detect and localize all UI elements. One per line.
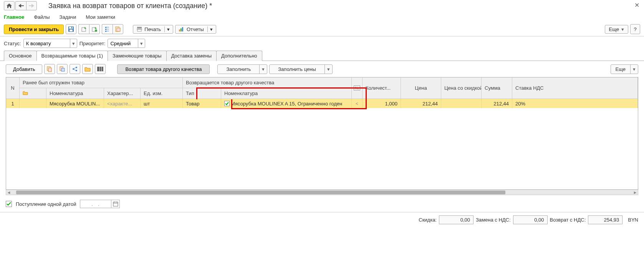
share-button[interactable] — [70, 64, 80, 74]
replace-value: 0,00 — [513, 215, 548, 224]
svg-rect-8 — [105, 29, 106, 30]
svg-rect-1 — [69, 27, 73, 29]
status-combo[interactable]: ▾ — [23, 39, 77, 48]
scroll-thumb[interactable] — [16, 191, 505, 194]
unpost-button[interactable] — [89, 24, 100, 34]
cell-price[interactable]: 212,44 — [401, 99, 441, 108]
reports-button[interactable]: Отчеты ▾ — [175, 25, 216, 34]
print-button[interactable]: Печать ▾ — [133, 25, 173, 34]
svg-rect-19 — [48, 68, 51, 72]
col-characteristic[interactable]: Характер... — [104, 88, 141, 99]
single-date-checkbox[interactable] — [6, 201, 12, 207]
nav-tab-tasks[interactable]: Задачи — [60, 14, 76, 20]
more-label-inner: Еще — [611, 65, 630, 74]
discount-value: 0,00 — [439, 215, 473, 224]
col-type[interactable]: Тип — [183, 88, 221, 99]
horizontal-scrollbar[interactable]: ◄ ► — [6, 190, 638, 195]
cell-type[interactable]: Товар — [183, 99, 221, 108]
cell-nomenclature[interactable]: Мясорубка MOULIN... — [46, 99, 104, 108]
col-icon[interactable] — [20, 88, 46, 99]
back-button[interactable] — [15, 1, 26, 10]
col-vat[interactable]: Ставка НДС — [512, 77, 638, 99]
more-button[interactable]: Еще ▾ — [605, 25, 628, 34]
fill-prices-button[interactable]: Заполнить цены ▾ — [269, 64, 332, 74]
fill-button[interactable]: Заполнить ▾ — [217, 64, 267, 74]
scroll-left-icon[interactable]: ◄ — [6, 190, 12, 195]
cell-n: 1 — [6, 99, 20, 108]
return-label: Возврат с НДС: — [550, 217, 586, 223]
add-button[interactable]: Добавить — [6, 64, 42, 74]
home-button[interactable] — [4, 1, 15, 10]
chevron-down-icon[interactable]: ▾ — [70, 39, 77, 48]
cell-vat[interactable]: 20% — [512, 99, 638, 108]
chevron-down-icon[interactable]: ▾ — [138, 39, 145, 48]
date-value[interactable] — [80, 200, 111, 208]
cell-price-discount[interactable] — [441, 99, 482, 108]
reports-label: Отчеты — [187, 26, 204, 32]
tab-delivery[interactable]: Доставка замены — [166, 51, 217, 61]
paste-button[interactable] — [57, 64, 68, 74]
priority-value[interactable] — [108, 40, 138, 47]
cell-characteristic[interactable]: <характе... — [104, 99, 141, 108]
tab-returned-goods[interactable]: Возвращаемые товары (1) — [36, 51, 108, 61]
col-price[interactable]: Цена — [401, 77, 441, 99]
single-date-label: Поступление одной датой — [16, 201, 76, 207]
svg-rect-12 — [137, 27, 142, 28]
cell-nomenclature2[interactable]: Мясорубка MOULINEX A 15, Ограниченно год… — [221, 99, 352, 108]
tab-basic[interactable]: Основное — [4, 51, 37, 61]
nav-tab-main[interactable]: Главное — [4, 14, 24, 20]
table-row[interactable]: 1 Мясорубка MOULIN... <характе... шт Тов… — [6, 99, 638, 108]
more-button-inner[interactable]: Еще ▾ — [611, 64, 638, 74]
priority-combo[interactable]: ▾ — [108, 39, 145, 48]
post-close-button[interactable]: Провести и закрыть — [4, 25, 64, 34]
svg-rect-14 — [137, 30, 141, 31]
copy-button[interactable] — [44, 64, 55, 74]
col-nomenclature[interactable]: Номенклатура — [46, 88, 104, 99]
cell-nomenclature2-text: Мясорубка MOULINEX A 15, Ограниченно год… — [231, 101, 342, 107]
more-label: Еще — [609, 26, 619, 32]
goods-table: N Ранее был отгружен товар Номенклатура … — [6, 77, 638, 190]
status-label: Статус: — [4, 41, 21, 46]
chevron-down-icon: ▾ — [324, 65, 332, 74]
svg-rect-17 — [182, 27, 183, 31]
check-icon — [224, 101, 230, 106]
scroll-right-icon[interactable]: ► — [632, 190, 638, 195]
create-based-button[interactable] — [113, 24, 123, 34]
page-title: Заявка на возврат товаров от клиента (со… — [48, 2, 212, 10]
help-button[interactable]: ? — [630, 24, 640, 34]
cell-sum[interactable]: 212,44 — [482, 99, 512, 108]
tab-additional[interactable]: Дополнительно — [216, 51, 262, 61]
nav-tab-notes[interactable]: Мои заметки — [86, 14, 115, 20]
barcode-button[interactable] — [95, 64, 106, 74]
svg-rect-21 — [61, 68, 65, 71]
priority-label: Приоритет: — [79, 41, 106, 46]
col-price-discount[interactable]: Цена со скидкой — [441, 77, 482, 99]
col-n[interactable]: N — [6, 77, 20, 99]
return-other-quality-button[interactable]: Возврат товара другого качества — [117, 64, 210, 74]
date-input[interactable] — [80, 200, 120, 208]
folder-button[interactable] — [82, 64, 93, 74]
status-value[interactable] — [24, 40, 70, 47]
col-sum[interactable]: Сумма — [482, 77, 512, 99]
col-nomenclature2[interactable]: Номенклатура — [221, 88, 352, 99]
cell-unit[interactable]: шт — [141, 99, 183, 108]
forward-button[interactable] — [26, 1, 37, 10]
col-unit[interactable]: Ед. изм. — [141, 88, 183, 99]
save-button[interactable] — [66, 24, 76, 34]
structure-button[interactable] — [102, 24, 113, 34]
col-group-returned: Возвращается товар другого качества — [183, 77, 352, 88]
svg-rect-9 — [105, 31, 106, 32]
return-value: 254,93 — [588, 215, 622, 224]
col-flag[interactable]: № — [352, 77, 363, 99]
col-quantity[interactable]: Количест... — [363, 77, 401, 99]
tab-replacing-goods[interactable]: Заменяющие товары — [108, 51, 167, 61]
svg-rect-25 — [113, 202, 118, 206]
close-icon[interactable]: ✕ — [634, 2, 639, 9]
cell-flag: < — [352, 99, 363, 108]
calendar-icon[interactable] — [111, 200, 119, 208]
cell-quantity[interactable]: 1,000 — [363, 99, 401, 108]
nav-tab-files[interactable]: Файлы — [34, 14, 50, 20]
svg-rect-7 — [105, 27, 106, 28]
post-button[interactable] — [78, 24, 89, 34]
chevron-down-icon: ▾ — [621, 26, 624, 32]
